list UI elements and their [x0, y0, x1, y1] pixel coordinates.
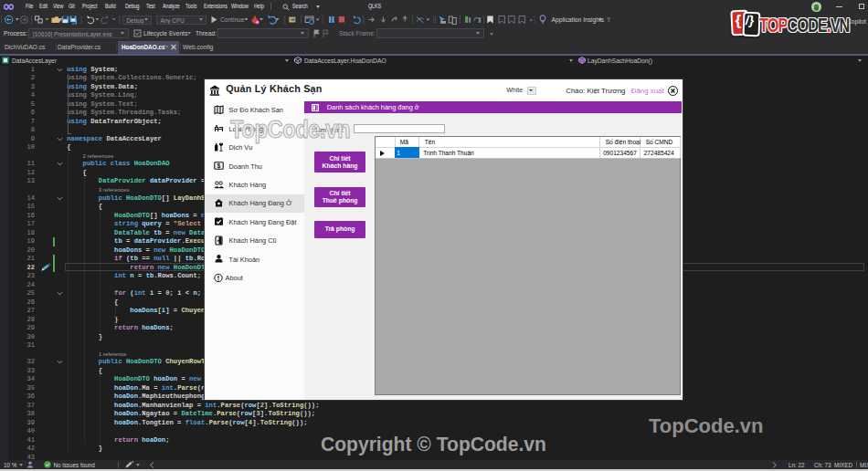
svg-text:$: $ [217, 162, 220, 170]
svg-text:Continue: Continue [220, 16, 245, 23]
